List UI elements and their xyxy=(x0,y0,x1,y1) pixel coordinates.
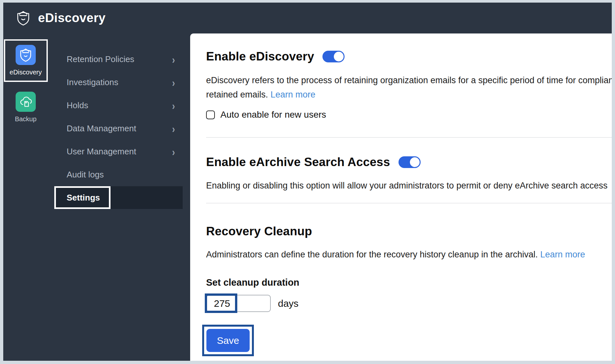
save-button[interactable]: Save xyxy=(206,329,250,352)
recovery-learn-more-link[interactable]: Learn more xyxy=(540,250,585,259)
header: eDiscovery xyxy=(3,3,612,33)
toggle-knob xyxy=(334,52,344,61)
rail-item-ediscovery[interactable]: eDiscovery xyxy=(4,39,48,82)
cleanup-duration-label: Set cleanup duration xyxy=(206,277,299,288)
sidebar-item-audit-logs[interactable]: Audit logs xyxy=(48,163,190,186)
section-divider xyxy=(206,137,612,138)
ediscovery-description-line1: eDiscovery refers to the process of reta… xyxy=(206,73,612,87)
sidebar-menu: Retention Policies › Investigations › Ho… xyxy=(48,33,190,361)
settings-content-panel: Enable eDiscovery eDiscovery refers to t… xyxy=(190,33,612,361)
page-title: eDiscovery xyxy=(38,11,106,25)
earchive-toggle[interactable] xyxy=(399,156,421,168)
sidebar-item-retention-policies[interactable]: Retention Policies › xyxy=(48,48,190,71)
backup-app-icon xyxy=(16,92,36,112)
app-rail: eDiscovery Backup xyxy=(3,33,48,361)
enable-earchive-heading: Enable eArchive Search Access xyxy=(206,155,390,169)
sidebar-item-data-management[interactable]: Data Management › xyxy=(48,117,190,140)
auto-enable-checkbox[interactable] xyxy=(206,110,215,119)
auto-enable-checkbox-label: Auto enable for new users xyxy=(220,110,326,120)
app-window: eDiscovery eDiscovery xyxy=(3,3,612,361)
toggle-knob xyxy=(410,157,420,167)
recovery-description: Administrators can define the duration f… xyxy=(206,250,538,259)
ediscovery-learn-more-link[interactable]: Learn more xyxy=(270,90,315,99)
enable-ediscovery-heading: Enable eDiscovery xyxy=(206,50,314,63)
ediscovery-app-icon xyxy=(16,45,36,65)
sidebar-item-user-management[interactable]: User Management › xyxy=(48,140,190,163)
rail-label-backup: Backup xyxy=(15,115,37,123)
earchive-description: Enabling or disabling this option will a… xyxy=(206,178,612,193)
section-divider xyxy=(206,203,612,203)
sidebar-item-investigations[interactable]: Investigations › xyxy=(48,71,190,94)
recovery-cleanup-heading: Recovery Cleanup xyxy=(206,225,312,238)
sidebar-item-holds[interactable]: Holds › xyxy=(48,94,190,117)
ediscovery-description-line2: retained emails. xyxy=(206,90,268,99)
duration-unit-label: days xyxy=(278,298,298,309)
rail-item-backup[interactable]: Backup xyxy=(15,92,37,123)
cleanup-duration-input[interactable] xyxy=(206,295,271,312)
rail-label-ediscovery: eDiscovery xyxy=(10,69,42,76)
ediscovery-toggle[interactable] xyxy=(322,51,345,62)
sidebar-item-settings[interactable]: Settings xyxy=(54,186,183,209)
ediscovery-logo-icon xyxy=(16,10,31,26)
